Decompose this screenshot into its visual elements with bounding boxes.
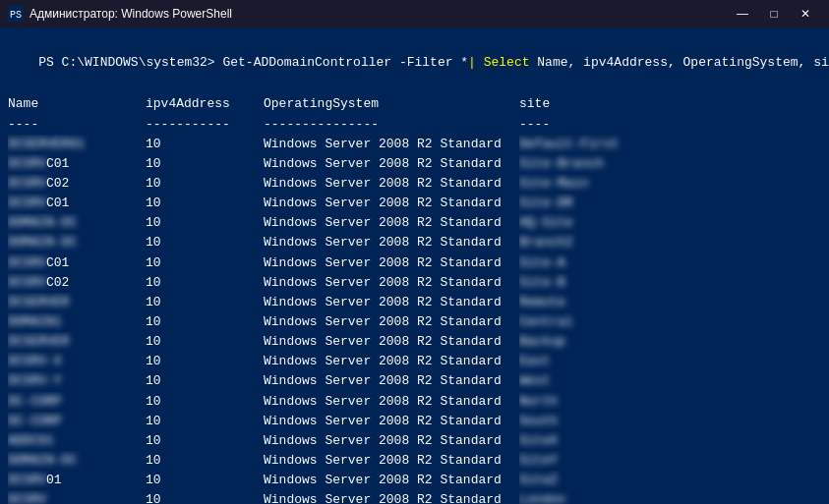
row-os: Windows Server 2008 R2 Standard [264,451,519,471]
table-row: DOMAIN-DC 10 Windows Server 2008 R2 Stan… [8,213,821,233]
row-site: Default-First [519,135,677,154]
row-os: Windows Server 2008 R2 Standard [264,273,519,293]
row-name: DCSRVC02 [8,273,146,293]
div4: ---- [519,115,677,135]
row-os: Windows Server 2008 R2 Standard [264,174,519,194]
col-os-header: OperatingSystem [264,94,519,114]
row-site: Remote [519,293,677,312]
minimize-button[interactable]: — [727,0,758,28]
row-name: DOMAIN-DC [8,213,146,233]
row-ip: 10 [146,471,264,490]
row-ip: 10 [146,253,264,273]
row-name: DCSRV-Y [8,371,146,391]
row-name: DC-CORP [8,412,146,431]
row-name: DCSRV01 [8,471,146,490]
row-site: North [519,392,677,412]
table-row: DCSRVC01 10 Windows Server 2008 R2 Stand… [8,253,821,273]
row-name: DCSERVER [8,332,146,352]
title-bar-controls: — □ ✕ [727,0,821,28]
table-row: DCSERVER 10 Windows Server 2008 R2 Stand… [8,332,821,352]
row-site: SiteZ [519,471,677,490]
row-ip: 10 [146,213,264,233]
row-name: DC-CORP [8,392,146,412]
table-row: DC-CORP 10 Windows Server 2008 R2 Standa… [8,392,821,412]
powershell-icon: PS [8,6,24,22]
row-site: East [519,352,677,371]
row-os: Windows Server 2008 R2 Standard [264,154,519,174]
table-row: DCSRV01 10 Windows Server 2008 R2 Standa… [8,471,821,490]
row-site: Site-DR [519,194,677,213]
row-name: DCSRVC01 [8,194,146,213]
row-os: Windows Server 2008 R2 Standard [264,332,519,352]
row-ip: 10 [146,154,264,174]
div3: --------------- [264,115,519,135]
row-name: DCSRVC01 [8,154,146,174]
row-os: Windows Server 2008 R2 Standard [264,194,519,213]
prompt: PS C:\WINDOWS\system32> [38,55,222,70]
table-row: DOMAIN1 10 Windows Server 2008 R2 Standa… [8,312,821,332]
col-ip-header: ipv4Address [146,94,264,114]
div1: ---- [8,115,146,135]
row-name: DCSRVC02 [8,174,146,194]
row-site: Backup [519,332,677,352]
table-row: DCSERVER01 10 Windows Server 2008 R2 Sta… [8,135,821,154]
col-name-header: Name [8,94,146,114]
table-row: DOMAIN-DC 10 Windows Server 2008 R2 Stan… [8,233,821,252]
pipe1: | [468,55,484,70]
table-row: ADDC01 10 Windows Server 2008 R2 Standar… [8,431,821,451]
table-row: DCSRVC02 10 Windows Server 2008 R2 Stand… [8,273,821,293]
table-row: DCSRV-X 10 Windows Server 2008 R2 Standa… [8,352,821,371]
row-os: Windows Server 2008 R2 Standard [264,233,519,252]
row-os: Windows Server 2008 R2 Standard [264,352,519,371]
table-row: DOMAIN-DC 10 Windows Server 2008 R2 Stan… [8,451,821,471]
table-row: DCSERVER 10 Windows Server 2008 R2 Stand… [8,293,821,312]
row-ip: 10 [146,293,264,312]
row-os: Windows Server 2008 R2 Standard [264,135,519,154]
table-row: DCSRVC01 10 Windows Server 2008 R2 Stand… [8,194,821,213]
row-ip: 10 [146,312,264,332]
row-os: Windows Server 2008 R2 Standard [264,490,519,504]
row-name: ADDC01 [8,431,146,451]
row-os: Windows Server 2008 R2 Standard [264,471,519,490]
row-ip: 10 [146,194,264,213]
title-text: Администратор: Windows PowerShell [30,7,232,21]
row-name: DOMAIN-DC [8,451,146,471]
table-row: DCSRV-Y 10 Windows Server 2008 R2 Standa… [8,371,821,391]
table-row: DCSRV 10 Windows Server 2008 R2 Standard… [8,490,821,504]
row-ip: 10 [146,273,264,293]
table-row: DCSRVC01 10 Windows Server 2008 R2 Stand… [8,154,821,174]
terminal-area[interactable]: PS C:\WINDOWS\system32> Get-ADDomainCont… [0,28,829,504]
title-bar-left: PS Администратор: Windows PowerShell [8,6,232,22]
row-ip: 10 [146,332,264,352]
row-os: Windows Server 2008 R2 Standard [264,412,519,431]
div2: ----------- [146,115,264,135]
row-os: Windows Server 2008 R2 Standard [264,392,519,412]
row-ip: 10 [146,392,264,412]
row-name: DOMAIN1 [8,312,146,332]
row-site: Branch2 [519,233,677,252]
close-button[interactable]: ✕ [790,0,821,28]
row-site: West [519,371,677,391]
row-site: London [519,490,677,504]
maximize-button[interactable]: □ [758,0,790,28]
svg-text:PS: PS [10,10,22,21]
row-ip: 10 [146,135,264,154]
row-name: DCSERVER [8,293,146,312]
row-site: Site-Branch [519,154,677,174]
command-line: PS C:\WINDOWS\system32> Get-ADDomainCont… [8,33,821,92]
select-keyword: Select [484,55,530,70]
table-header: Name ipv4Address OperatingSystem site [8,94,821,114]
row-site: HQ-Site [519,213,677,233]
col-site-header: site [519,94,677,114]
table-row: DC-CORP 10 Windows Server 2008 R2 Standa… [8,412,821,431]
row-ip: 10 [146,352,264,371]
row-os: Windows Server 2008 R2 Standard [264,253,519,273]
table-row: DCSRVC02 10 Windows Server 2008 R2 Stand… [8,174,821,194]
row-ip: 10 [146,174,264,194]
row-site: Site-A [519,253,677,273]
row-ip: 10 [146,233,264,252]
row-site: Site-Main [519,174,677,194]
row-site: Central [519,312,677,332]
row-ip: 10 [146,451,264,471]
row-name: DCSRVC01 [8,253,146,273]
